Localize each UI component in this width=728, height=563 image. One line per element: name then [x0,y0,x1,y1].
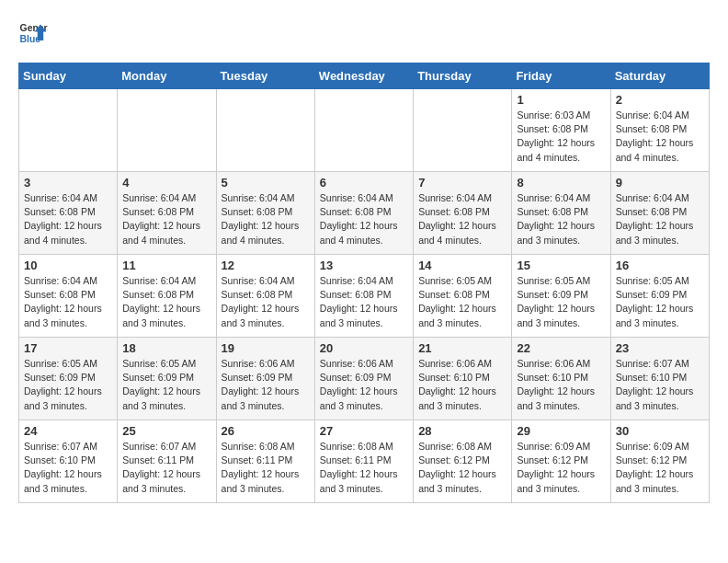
day-detail: Sunrise: 6:04 AM Sunset: 6:08 PM Dayligh… [320,274,408,330]
calendar-cell: 8Sunrise: 6:04 AM Sunset: 6:08 PM Daylig… [512,172,610,255]
day-number: 17 [24,341,112,355]
page-header: General Blue [18,18,710,48]
calendar-cell: 28Sunrise: 6:08 AM Sunset: 6:12 PM Dayli… [414,420,512,503]
day-detail: Sunrise: 6:04 AM Sunset: 6:08 PM Dayligh… [24,191,112,247]
day-number: 4 [122,176,210,190]
day-detail: Sunrise: 6:05 AM Sunset: 6:09 PM Dayligh… [24,357,112,413]
day-number: 8 [517,176,605,190]
calendar-cell: 10Sunrise: 6:04 AM Sunset: 6:08 PM Dayli… [19,255,118,338]
day-detail: Sunrise: 6:04 AM Sunset: 6:08 PM Dayligh… [517,191,605,247]
day-number: 29 [517,424,605,438]
calendar-week-row: 10Sunrise: 6:04 AM Sunset: 6:08 PM Dayli… [19,255,710,338]
weekday-cell: Thursday [414,63,512,89]
day-number: 15 [517,259,605,272]
day-number: 10 [24,259,112,272]
calendar-cell: 9Sunrise: 6:04 AM Sunset: 6:08 PM Daylig… [610,172,709,255]
calendar-cell: 4Sunrise: 6:04 AM Sunset: 6:08 PM Daylig… [118,172,216,255]
calendar-week-row: 1Sunrise: 6:03 AM Sunset: 6:08 PM Daylig… [19,89,710,172]
weekday-cell: Wednesday [314,63,413,89]
day-number: 14 [418,259,506,272]
calendar-cell: 27Sunrise: 6:08 AM Sunset: 6:11 PM Dayli… [314,420,413,503]
day-number: 13 [320,259,408,272]
calendar-cell [118,89,216,172]
day-detail: Sunrise: 6:04 AM Sunset: 6:08 PM Dayligh… [122,191,210,247]
day-detail: Sunrise: 6:05 AM Sunset: 6:09 PM Dayligh… [122,357,210,413]
day-detail: Sunrise: 6:08 AM Sunset: 6:12 PM Dayligh… [418,440,506,496]
calendar-cell: 23Sunrise: 6:07 AM Sunset: 6:10 PM Dayli… [610,338,709,420]
calendar-cell: 2Sunrise: 6:04 AM Sunset: 6:08 PM Daylig… [610,89,709,172]
day-detail: Sunrise: 6:07 AM Sunset: 6:10 PM Dayligh… [616,357,704,413]
calendar-cell: 21Sunrise: 6:06 AM Sunset: 6:10 PM Dayli… [414,338,512,420]
calendar-cell: 19Sunrise: 6:06 AM Sunset: 6:09 PM Dayli… [216,338,314,420]
day-detail: Sunrise: 6:04 AM Sunset: 6:08 PM Dayligh… [616,191,704,247]
day-number: 16 [616,259,704,272]
calendar-cell: 18Sunrise: 6:05 AM Sunset: 6:09 PM Dayli… [118,338,216,420]
calendar-cell: 24Sunrise: 6:07 AM Sunset: 6:10 PM Dayli… [19,420,118,503]
day-number: 23 [616,341,704,355]
day-detail: Sunrise: 6:04 AM Sunset: 6:08 PM Dayligh… [24,274,112,330]
day-number: 12 [222,259,310,272]
day-detail: Sunrise: 6:06 AM Sunset: 6:09 PM Dayligh… [222,357,310,413]
day-number: 6 [320,176,408,190]
calendar-cell: 6Sunrise: 6:04 AM Sunset: 6:08 PM Daylig… [314,172,413,255]
calendar-body: 1Sunrise: 6:03 AM Sunset: 6:08 PM Daylig… [19,89,710,503]
logo: General Blue [18,18,48,48]
day-detail: Sunrise: 6:04 AM Sunset: 6:08 PM Dayligh… [418,191,506,247]
calendar-cell: 16Sunrise: 6:05 AM Sunset: 6:09 PM Dayli… [610,255,709,338]
weekday-cell: Friday [512,63,610,89]
day-detail: Sunrise: 6:08 AM Sunset: 6:11 PM Dayligh… [320,440,408,496]
day-detail: Sunrise: 6:06 AM Sunset: 6:10 PM Dayligh… [418,357,506,413]
day-detail: Sunrise: 6:04 AM Sunset: 6:08 PM Dayligh… [222,274,310,330]
day-detail: Sunrise: 6:04 AM Sunset: 6:08 PM Dayligh… [222,191,310,247]
day-number: 30 [616,424,704,438]
day-detail: Sunrise: 6:09 AM Sunset: 6:12 PM Dayligh… [517,440,605,496]
day-detail: Sunrise: 6:06 AM Sunset: 6:10 PM Dayligh… [517,357,605,413]
day-detail: Sunrise: 6:03 AM Sunset: 6:08 PM Dayligh… [517,109,605,165]
day-number: 27 [320,424,408,438]
day-number: 18 [122,341,210,355]
day-detail: Sunrise: 6:06 AM Sunset: 6:09 PM Dayligh… [320,357,408,413]
calendar-cell: 12Sunrise: 6:04 AM Sunset: 6:08 PM Dayli… [216,255,314,338]
calendar-cell: 5Sunrise: 6:04 AM Sunset: 6:08 PM Daylig… [216,172,314,255]
day-number: 5 [222,176,310,190]
day-number: 19 [222,341,310,355]
day-number: 26 [222,424,310,438]
day-number: 28 [418,424,506,438]
calendar-cell: 29Sunrise: 6:09 AM Sunset: 6:12 PM Dayli… [512,420,610,503]
calendar-cell [216,89,314,172]
day-number: 25 [122,424,210,438]
calendar-cell: 1Sunrise: 6:03 AM Sunset: 6:08 PM Daylig… [512,89,610,172]
day-number: 24 [24,424,112,438]
calendar-cell: 20Sunrise: 6:06 AM Sunset: 6:09 PM Dayli… [314,338,413,420]
day-detail: Sunrise: 6:05 AM Sunset: 6:09 PM Dayligh… [616,274,704,330]
calendar-cell: 13Sunrise: 6:04 AM Sunset: 6:08 PM Dayli… [314,255,413,338]
day-detail: Sunrise: 6:04 AM Sunset: 6:08 PM Dayligh… [616,109,704,165]
calendar-cell [314,89,413,172]
calendar-cell: 3Sunrise: 6:04 AM Sunset: 6:08 PM Daylig… [19,172,118,255]
day-number: 1 [517,93,605,107]
calendar-week-row: 3Sunrise: 6:04 AM Sunset: 6:08 PM Daylig… [19,172,710,255]
calendar-week-row: 24Sunrise: 6:07 AM Sunset: 6:10 PM Dayli… [19,420,710,503]
day-number: 11 [122,259,210,272]
calendar-cell [19,89,118,172]
calendar-cell: 14Sunrise: 6:05 AM Sunset: 6:08 PM Dayli… [414,255,512,338]
calendar-cell [414,89,512,172]
day-number: 7 [418,176,506,190]
day-detail: Sunrise: 6:09 AM Sunset: 6:12 PM Dayligh… [616,440,704,496]
day-detail: Sunrise: 6:05 AM Sunset: 6:09 PM Dayligh… [517,274,605,330]
weekday-cell: Tuesday [216,63,314,89]
calendar-cell: 25Sunrise: 6:07 AM Sunset: 6:11 PM Dayli… [118,420,216,503]
day-detail: Sunrise: 6:07 AM Sunset: 6:11 PM Dayligh… [122,440,210,496]
weekday-cell: Sunday [19,63,118,89]
day-detail: Sunrise: 6:07 AM Sunset: 6:10 PM Dayligh… [24,440,112,496]
weekday-cell: Saturday [610,63,709,89]
calendar-table: SundayMondayTuesdayWednesdayThursdayFrid… [18,63,710,503]
calendar-cell: 15Sunrise: 6:05 AM Sunset: 6:09 PM Dayli… [512,255,610,338]
day-number: 2 [616,93,704,107]
calendar-cell: 26Sunrise: 6:08 AM Sunset: 6:11 PM Dayli… [216,420,314,503]
day-detail: Sunrise: 6:05 AM Sunset: 6:08 PM Dayligh… [418,274,506,330]
weekday-cell: Monday [118,63,216,89]
calendar-week-row: 17Sunrise: 6:05 AM Sunset: 6:09 PM Dayli… [19,338,710,420]
day-number: 9 [616,176,704,190]
weekday-header-row: SundayMondayTuesdayWednesdayThursdayFrid… [19,63,710,89]
